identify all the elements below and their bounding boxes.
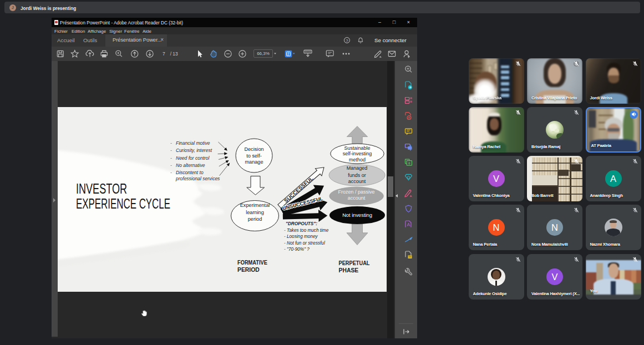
svg-text:to self-: to self- bbox=[246, 153, 262, 159]
svg-text:-: - bbox=[170, 155, 172, 161]
svg-text:Decision: Decision bbox=[244, 146, 263, 152]
svg-text:"DROPOUTS":: "DROPOUTS": bbox=[286, 221, 317, 226]
svg-text:- Not fun or stressful: - Not fun or stressful bbox=[284, 241, 325, 246]
svg-text:Experimental: Experimental bbox=[240, 202, 270, 208]
svg-text:Frozen / passive: Frozen / passive bbox=[338, 189, 375, 195]
svg-text:funds or: funds or bbox=[348, 172, 366, 178]
svg-text:-: - bbox=[170, 148, 172, 153]
svg-text:self-investing: self-investing bbox=[343, 151, 372, 156]
svg-text:Managed: Managed bbox=[347, 165, 368, 171]
svg-text:manage: manage bbox=[245, 159, 263, 165]
svg-text:method: method bbox=[349, 157, 366, 163]
svg-text:-: - bbox=[170, 140, 172, 146]
svg-text:- Loosing money: - Loosing money bbox=[284, 234, 318, 239]
svg-text:Curiosity, interest: Curiosity, interest bbox=[176, 148, 212, 153]
svg-text:Need for control: Need for control bbox=[176, 155, 210, 161]
svg-text:-: - bbox=[170, 170, 172, 175]
svg-text:period: period bbox=[248, 216, 262, 222]
svg-text:- Takes too much time: - Takes too much time bbox=[284, 228, 329, 233]
svg-text:learning: learning bbox=[246, 210, 264, 215]
svg-text:FORMATIVE: FORMATIVE bbox=[237, 260, 267, 266]
svg-text:PHASE: PHASE bbox=[339, 267, 359, 273]
svg-text:professional services: professional services bbox=[175, 176, 220, 181]
svg-text:- "70-90%" ?: - "70-90%" ? bbox=[284, 247, 310, 252]
svg-text:PERPETUAL: PERPETUAL bbox=[339, 260, 371, 266]
svg-text:Not investing: Not investing bbox=[342, 212, 372, 218]
svg-text:EXPERIENCE CYCLE: EXPERIENCE CYCLE bbox=[76, 196, 170, 211]
svg-text:-: - bbox=[170, 163, 172, 168]
svg-text:account: account bbox=[348, 195, 366, 201]
svg-text:Sustainable: Sustainable bbox=[344, 145, 370, 151]
svg-text:account: account bbox=[348, 179, 366, 184]
svg-text:Financial motive: Financial motive bbox=[176, 140, 210, 146]
svg-text:Discontent to: Discontent to bbox=[176, 170, 204, 175]
svg-text:PERIOD: PERIOD bbox=[237, 267, 260, 273]
svg-text:No alternative: No alternative bbox=[176, 163, 205, 168]
svg-text:INVESTOR: INVESTOR bbox=[76, 181, 127, 196]
